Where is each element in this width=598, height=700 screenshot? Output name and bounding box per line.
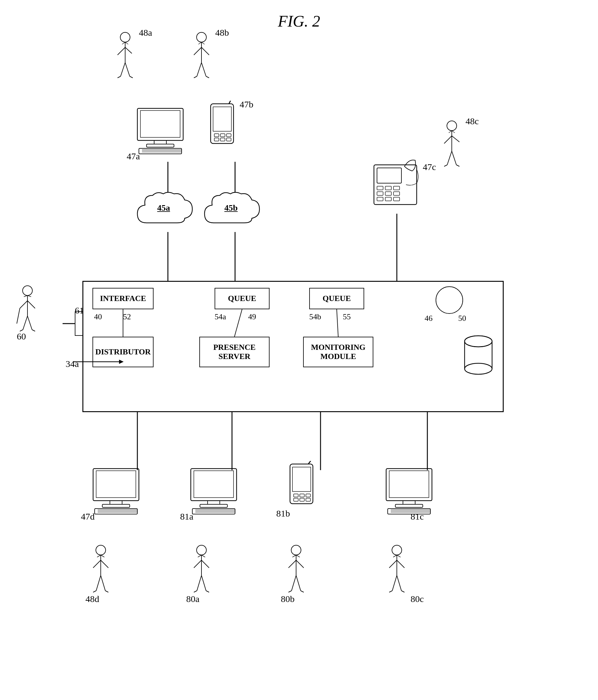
svg-point-37 <box>447 121 457 131</box>
label-80a: 80a <box>186 594 199 604</box>
svg-line-135 <box>93 591 96 592</box>
svg-rect-125 <box>388 508 430 514</box>
svg-rect-69 <box>377 192 383 195</box>
svg-rect-104 <box>191 469 236 501</box>
computer-81c-icon <box>384 467 433 516</box>
svg-line-36 <box>201 42 204 44</box>
label-46-inner: 46 <box>425 314 432 323</box>
svg-rect-122 <box>389 471 429 498</box>
queue1-box: QUEUE <box>215 288 270 309</box>
svg-line-164 <box>397 575 401 591</box>
person-80a: 80a <box>189 543 214 595</box>
database-icon <box>463 334 494 376</box>
computer-47d-icon <box>92 467 141 516</box>
svg-line-92 <box>234 309 242 337</box>
svg-line-144 <box>201 575 206 591</box>
label-81c: 81c <box>410 511 424 522</box>
svg-line-44 <box>456 165 459 166</box>
svg-line-153 <box>292 575 296 591</box>
svg-line-42 <box>452 151 456 165</box>
label-50-inner: 50 <box>458 314 466 323</box>
svg-line-167 <box>393 555 397 557</box>
svg-line-19 <box>118 47 125 55</box>
svg-rect-61 <box>214 138 219 141</box>
svg-line-156 <box>301 591 304 592</box>
svg-line-85 <box>17 308 20 324</box>
svg-line-83 <box>24 296 27 297</box>
person-48d: 48d <box>89 543 113 595</box>
person-48b-icon <box>189 30 214 79</box>
label-47a: 47a <box>127 151 140 161</box>
svg-point-75 <box>23 286 32 296</box>
svg-line-46 <box>452 131 455 133</box>
distributor-label: DISTRIBUTOR <box>95 347 151 356</box>
label-45b: 45b <box>224 203 238 213</box>
phone-47b-icon <box>207 101 238 156</box>
svg-line-23 <box>118 76 121 78</box>
page-container: FIG. 2 48a <box>0 0 598 700</box>
label-80c: 80c <box>410 594 424 604</box>
label-81b: 81b <box>276 508 290 519</box>
svg-line-77 <box>20 301 27 308</box>
svg-rect-50 <box>147 144 174 147</box>
svg-rect-51 <box>139 148 182 154</box>
svg-line-168 <box>397 555 400 557</box>
label-40-inner: 40 <box>94 312 102 322</box>
svg-line-40 <box>452 136 459 142</box>
monitoring-module-label: MONITORING MODULE <box>311 343 366 361</box>
svg-line-146 <box>206 591 209 592</box>
svg-rect-120 <box>306 498 310 501</box>
svg-rect-74 <box>394 197 400 201</box>
svg-point-159 <box>392 545 402 555</box>
svg-point-89 <box>465 363 492 374</box>
device-47d: 47d <box>92 467 141 517</box>
label-81a: 81a <box>180 511 193 522</box>
svg-line-43 <box>444 165 447 166</box>
svg-line-29 <box>194 47 201 55</box>
svg-line-45 <box>449 131 452 133</box>
svg-rect-106 <box>207 501 220 504</box>
svg-point-149 <box>291 545 301 555</box>
svg-line-21 <box>121 62 125 76</box>
svg-line-137 <box>97 555 101 557</box>
svg-rect-71 <box>394 192 400 195</box>
device-81b: 81b <box>287 461 318 517</box>
svg-line-165 <box>389 591 392 592</box>
svg-point-90 <box>465 336 492 347</box>
person-80c: 80c <box>384 543 409 595</box>
queue2-label: QUEUE <box>323 294 351 303</box>
svg-rect-57 <box>213 107 231 131</box>
svg-line-151 <box>289 560 296 568</box>
distributor-box: DISTRIBUTOR <box>93 337 153 367</box>
svg-line-133 <box>96 575 101 591</box>
svg-rect-117 <box>306 494 310 497</box>
label-48c: 48c <box>466 116 479 126</box>
svg-line-145 <box>194 591 197 592</box>
label-60: 60 <box>17 331 26 342</box>
person-48a-icon <box>113 30 138 79</box>
svg-line-78 <box>27 301 35 308</box>
svg-rect-114 <box>293 467 311 492</box>
person-48b: 48b <box>189 30 214 79</box>
person-60-icon <box>15 284 40 333</box>
svg-line-79 <box>23 316 27 330</box>
svg-line-24 <box>130 76 133 78</box>
svg-line-142 <box>201 560 209 568</box>
svg-line-161 <box>389 560 397 568</box>
svg-rect-58 <box>214 134 219 137</box>
svg-line-30 <box>201 47 209 55</box>
label-47c: 47c <box>423 162 436 172</box>
svg-line-80 <box>27 316 32 330</box>
svg-line-136 <box>105 591 108 592</box>
svg-rect-105 <box>194 471 233 498</box>
person-80b-icon <box>284 543 308 595</box>
svg-rect-118 <box>294 498 298 501</box>
svg-line-55 <box>229 101 232 104</box>
label-48d: 48d <box>85 594 99 604</box>
svg-line-41 <box>447 151 452 165</box>
label-48b: 48b <box>215 27 229 38</box>
svg-line-112 <box>308 461 313 464</box>
svg-line-148 <box>201 555 205 557</box>
interface-label: INTERFACE <box>100 294 146 303</box>
device-47b: 47b <box>207 101 238 157</box>
